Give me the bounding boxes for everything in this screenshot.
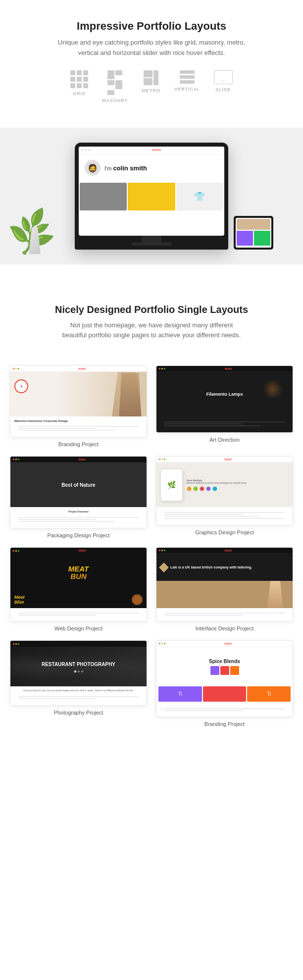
- info-line: [18, 696, 139, 697]
- section-single-layouts: Nicely Designed Portfolio Single Layouts…: [0, 284, 303, 366]
- portfolio-layouts-desc: Unique and eye catching portfolio styles…: [57, 38, 246, 58]
- dot-red-1: [13, 368, 14, 369]
- monitor-stand-neck: [142, 236, 161, 243]
- portfolio-item-art: POPO Filamento Lamps Art Direction: [156, 365, 293, 447]
- card7-hero: RESTAURANT PHOTOGRAPHY: [10, 647, 147, 686]
- info-line: [164, 425, 260, 426]
- dot-red-7: [13, 643, 14, 645]
- card5-sub-title: MeatBlim: [14, 595, 25, 605]
- info-line: [18, 698, 97, 699]
- card-nav-1: POPO: [10, 366, 147, 372]
- card7-dots: [42, 671, 115, 672]
- portfolio-card-interface[interactable]: POPO Lale is a UK based british company …: [156, 547, 293, 621]
- card-logo-6: POPO: [225, 549, 232, 552]
- card7-content: RESTAURANT PHOTOGRAPHY: [42, 661, 115, 672]
- monitor-screen: POPO 🧔 I'm colin smith 👕: [79, 147, 224, 236]
- dot-yellow-8: [161, 643, 163, 644]
- card2-hero: Filamento Lamps: [156, 372, 293, 416]
- portfolio-item-interface: POPO Lale is a UK based british company …: [156, 547, 293, 631]
- monitor-dot-3: [89, 149, 91, 151]
- metro-icon: [144, 70, 158, 85]
- portfolio-card-art[interactable]: POPO Filamento Lamps: [156, 365, 293, 433]
- card1-circle: [14, 379, 28, 393]
- dot-red-8: [159, 643, 160, 644]
- portfolio-card-photography[interactable]: RESTAURANT PHOTOGRAPHY Once you learn to…: [10, 640, 147, 706]
- card-logo-5: POPO: [79, 549, 86, 552]
- card8-info: [156, 704, 293, 717]
- portfolio-card-branding2[interactable]: POPO Spice Blends Ti Ti: [156, 640, 293, 717]
- card1-info: Mammut Interactive Corporate Design: [10, 416, 147, 437]
- section-portfolio-layouts: Impressive Portfolio Layouts Unique and …: [0, 0, 303, 128]
- card2-title: Filamento Lamps: [206, 392, 243, 397]
- block-img-2: [203, 686, 247, 702]
- monitor-logo: POPO: [152, 149, 161, 152]
- card1-hero: [10, 372, 147, 416]
- block-red: [220, 666, 229, 675]
- portfolio-card-branding[interactable]: POPO Mammut Interactive Corporate Design: [10, 365, 147, 437]
- art-label: Art Direction: [209, 437, 240, 443]
- card5-info: [10, 608, 147, 621]
- vertical-label: VERTICAL: [174, 87, 200, 92]
- info-line: [164, 710, 243, 711]
- dot-green-8: [164, 643, 165, 644]
- card5-burger: [132, 594, 143, 605]
- card3-title: Best of Nature: [61, 482, 95, 488]
- icon-4: [206, 486, 211, 491]
- card8-nav: POPO: [156, 641, 293, 647]
- layout-icon-masonry[interactable]: MASONRY: [102, 70, 128, 103]
- branding-label: Branding Project: [58, 441, 99, 447]
- masonry-icon: [107, 70, 122, 95]
- thumb-3: 👕: [176, 183, 223, 210]
- layout-icon-grid[interactable]: GRID: [70, 70, 88, 103]
- single-layouts-desc: Not just the homepage, we have designed …: [57, 320, 246, 341]
- card7-quote: Once you learn to care, you can reveal i…: [14, 689, 143, 693]
- portfolio-card-web[interactable]: POPO MEAT BUN MeatBlim: [10, 547, 147, 621]
- layout-icon-slide[interactable]: SLIDE: [214, 70, 233, 103]
- info-line: [18, 430, 114, 431]
- layout-icon-metro[interactable]: METRO: [142, 70, 160, 103]
- card8-hero: Spice Blends: [156, 647, 293, 686]
- portfolio-card-packaging[interactable]: POPO Best of Nature Project Overview: [10, 456, 147, 528]
- dot-yellow-2: [161, 368, 163, 369]
- thumb-1: [80, 183, 127, 210]
- dot-yellow-4: [161, 459, 163, 460]
- card-nav-2: POPO: [156, 366, 293, 372]
- masonry-label: MASONRY: [102, 98, 128, 103]
- web-label: Web Design Project: [54, 625, 102, 631]
- dot-green-1: [18, 368, 19, 369]
- card5-hero: MEAT BUN: [10, 554, 147, 591]
- monitor-dot-2: [85, 149, 87, 151]
- info-line: [18, 428, 97, 429]
- info-line: [164, 613, 285, 614]
- portfolio-card-graphics[interactable]: POPO 🌿 Aura Herbals Brand & website to p…: [156, 456, 293, 525]
- interface-label: Interface Design Project: [196, 625, 253, 631]
- info-line: [18, 426, 139, 427]
- card4-pouch: 🌿: [160, 469, 183, 501]
- block-img-3: Ti: [247, 686, 291, 702]
- info-line: [164, 421, 285, 422]
- dot-yellow-6: [161, 550, 163, 551]
- card-nav-3: POPO: [10, 457, 147, 463]
- monitor-avatar: 🧔: [85, 160, 101, 176]
- card1-title: Mammut Interactive Corporate Design: [14, 419, 143, 422]
- card5-meta: [14, 611, 143, 619]
- bun-text: BUN: [70, 572, 87, 580]
- portfolio-grid: POPO Mammut Interactive Corporate Design: [0, 365, 303, 747]
- layout-icon-vertical[interactable]: VERTICAL: [174, 70, 200, 103]
- slide-icon: [214, 70, 233, 84]
- tablet-img-right: [254, 231, 270, 246]
- info-line: [164, 516, 260, 517]
- dot-active: [74, 671, 76, 672]
- block-purple: [210, 666, 219, 675]
- tablet-screen: [236, 218, 271, 248]
- dot-green-4: [164, 459, 165, 460]
- graphics-label: Graphics Design Project: [195, 529, 254, 535]
- info-line: [164, 615, 243, 616]
- dot-green-5: [18, 550, 19, 552]
- portfolio-item-graphics: POPO 🌿 Aura Herbals Brand & website to p…: [156, 456, 293, 538]
- dot-yellow-1: [15, 368, 17, 369]
- dot-yellow-3: [15, 459, 17, 460]
- card1-figure: [118, 373, 143, 416]
- dot-red-3: [13, 459, 14, 460]
- dot-red-4: [159, 459, 160, 460]
